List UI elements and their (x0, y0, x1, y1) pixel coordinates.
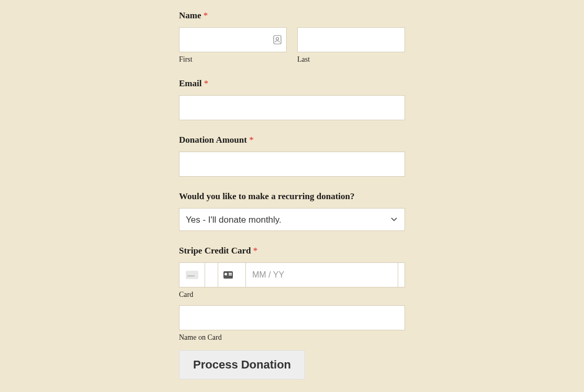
email-input[interactable] (179, 95, 405, 120)
required-marker: * (204, 10, 208, 20)
name-label: Name * (179, 10, 405, 21)
donation-amount-label: Donation Amount * (179, 135, 405, 145)
required-marker: * (204, 78, 209, 88)
name-on-card-sublabel: Name on Card (179, 333, 405, 342)
process-donation-button[interactable]: Process Donation (179, 350, 305, 379)
last-name-input[interactable] (297, 27, 405, 52)
card-expiry-input[interactable] (245, 262, 398, 287)
first-name-input[interactable] (179, 27, 287, 52)
last-name-sublabel: Last (297, 55, 405, 64)
required-marker: * (249, 135, 254, 145)
id-card-icon (223, 271, 233, 279)
recurring-label: Would you like to make a recurring donat… (179, 191, 405, 202)
required-marker: * (253, 246, 258, 256)
first-name-sublabel: First (179, 55, 287, 64)
recurring-select[interactable]: Yes - I'll donate monthly. (179, 208, 405, 231)
credit-card-icon (186, 271, 198, 279)
donation-amount-input[interactable] (179, 152, 405, 177)
stripe-label: Stripe Credit Card * (179, 246, 405, 256)
stripe-card-row[interactable] (179, 262, 405, 287)
card-sublabel: Card (179, 291, 405, 299)
name-on-card-input[interactable] (179, 305, 405, 330)
email-label: Email * (179, 78, 405, 89)
card-number-input[interactable] (205, 262, 218, 287)
